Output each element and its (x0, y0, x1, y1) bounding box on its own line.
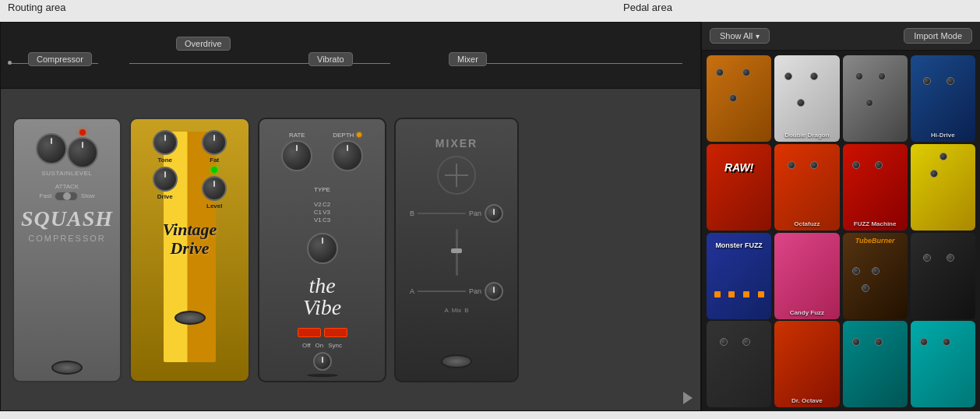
thumb-knob (788, 161, 795, 169)
thumb-knob (810, 161, 818, 169)
type-label: TYPE (314, 186, 330, 193)
channel-b: B Pan (410, 204, 503, 223)
mixer-pedal: MIXER B Pan (394, 118, 519, 382)
channel-a: A Pan (410, 282, 503, 301)
browser-pedal-10[interactable]: Candy Fuzz (774, 233, 839, 319)
on-switch[interactable] (324, 328, 347, 337)
browser-pedal-8[interactable] (911, 144, 975, 231)
browser-pedal-11[interactable]: TubeBurner (843, 233, 908, 319)
depth-knob[interactable] (332, 140, 363, 171)
compressor-knob-labels: SUSTAIN LEVEL (42, 170, 93, 177)
mixer-graphic (437, 156, 476, 195)
vibe-footswitch[interactable] (307, 374, 338, 377)
drive-pedal: Tone Fat Drive (129, 118, 250, 382)
drive-knob[interactable] (153, 167, 178, 192)
browser-pedal-12[interactable] (911, 233, 975, 319)
thumb-knob (875, 161, 883, 169)
thumb-knob (852, 267, 860, 275)
thumb-knob (742, 69, 750, 76)
rate-label: RATE (289, 132, 305, 139)
off-switch[interactable] (298, 328, 321, 337)
sustain-knob[interactable] (36, 133, 67, 164)
fat-label: Fat (210, 157, 219, 164)
mixer-footswitch[interactable] (441, 354, 472, 368)
level-knob-drive[interactable] (202, 176, 227, 201)
thumb-knob (923, 77, 931, 85)
fader-handle[interactable] (451, 248, 462, 253)
browser-pedal-4[interactable]: Hi-Drive (911, 55, 975, 142)
mix-selector: A Mix B (444, 307, 468, 314)
overdrive-chain-button[interactable]: Overdrive (176, 37, 231, 51)
mixer-title: MIXER (435, 137, 478, 150)
depth-label: DEPTH (333, 132, 354, 139)
compressor-knobs-row (36, 125, 98, 170)
browser-pedal-2[interactable]: Double Dragon (774, 55, 839, 142)
browser-pedal-5-label: RAW! (707, 161, 771, 174)
browser-pedal-5[interactable]: RAW! (707, 144, 771, 231)
routing-node-1 (8, 61, 12, 65)
rate-knob[interactable] (281, 140, 312, 171)
compressor-pedal: SUSTAIN LEVEL ATTACK Fast Slow SQUASH CO… (12, 118, 122, 382)
thumb-knob (810, 72, 818, 80)
browser-pedal-3[interactable] (843, 55, 908, 142)
browser-pedal-7[interactable]: FUZZ Machine (843, 144, 908, 231)
thumb-knob (878, 72, 886, 80)
browser-toolbar: Show All Import Mode (702, 22, 980, 51)
browser-pedal-9[interactable]: Monster FUZZ (707, 233, 771, 319)
browser-pedal-15[interactable] (843, 321, 908, 407)
attack-switch[interactable] (55, 192, 78, 201)
drive-title: VintageDrive (163, 220, 217, 258)
pedals-area: SUSTAIN LEVEL ATTACK Fast Slow SQUASH CO… (1, 89, 700, 410)
browser-pedal-7-label: FUZZ Machine (843, 220, 908, 227)
pedal-area-label: Pedal area (623, 2, 672, 13)
mixer-channels: B Pan A Pan (402, 201, 511, 304)
browser-pedal-14-label: Dr. Octave (774, 397, 839, 404)
compressor-subtitle: COMPRESSOR (28, 234, 105, 243)
thumb-knob (947, 254, 954, 262)
browser-pedal-6[interactable]: Octafuzz (774, 144, 839, 231)
thumb-knob (943, 338, 950, 346)
browser-pedal-14[interactable]: Dr. Octave (774, 321, 839, 407)
compressor-chain-button[interactable]: Compressor (28, 52, 92, 66)
routing-area-label: Routing area (8, 2, 65, 13)
fat-knob[interactable] (202, 130, 227, 155)
type-knob[interactable] (307, 233, 338, 264)
pedal-browser-panel: Show All Import Mode Double Dragon (701, 22, 980, 411)
thumb-knob (923, 254, 931, 262)
level-knob[interactable] (67, 137, 98, 168)
thumb-knob (875, 338, 883, 346)
drive-footswitch[interactable] (174, 311, 206, 325)
vibe-pedal: RATE DEPTH TYPE V2C2 (258, 118, 386, 382)
browser-pedal-16[interactable] (911, 321, 975, 407)
vibe-switch-labels: Off On Sync (302, 342, 342, 349)
routing-wire-4 (464, 63, 682, 64)
drive-led (211, 167, 217, 173)
vibrato-chain-button[interactable]: Vibrato (308, 52, 353, 66)
thumb-knob (872, 267, 880, 275)
attack-label: ATTACK (55, 183, 79, 190)
pan-a-knob[interactable] (485, 282, 503, 301)
thumb-knob (729, 94, 737, 102)
pedal-board: Compressor Overdrive Vibrato Mixer (0, 22, 701, 411)
compressor-footswitch[interactable] (51, 361, 83, 375)
tone-knob[interactable] (153, 130, 178, 155)
thumb-knob (939, 153, 947, 160)
import-mode-button[interactable]: Import Mode (904, 28, 972, 44)
pan-b-knob[interactable] (485, 204, 503, 223)
thumb-knob (855, 72, 863, 80)
show-all-button[interactable]: Show All (710, 28, 770, 44)
browser-pedal-4-label: Hi-Drive (911, 132, 975, 139)
browser-pedal-1[interactable] (707, 55, 771, 142)
thumb-knob (720, 338, 728, 346)
browser-pedal-13[interactable] (707, 321, 771, 407)
thumb-knob (716, 69, 724, 76)
play-button[interactable] (683, 392, 693, 404)
type-selector: V2C2 C1V3 V1C3 (298, 201, 346, 224)
thumb-knob (865, 99, 873, 107)
fast-label: Fast (40, 192, 52, 199)
browser-pedal-6-label: Octafuzz (774, 220, 839, 227)
sync-knob[interactable] (313, 352, 332, 371)
routing-area: Compressor Overdrive Vibrato Mixer (1, 23, 700, 89)
mixer-chain-button[interactable]: Mixer (449, 52, 487, 66)
thumb-knob (947, 77, 954, 85)
